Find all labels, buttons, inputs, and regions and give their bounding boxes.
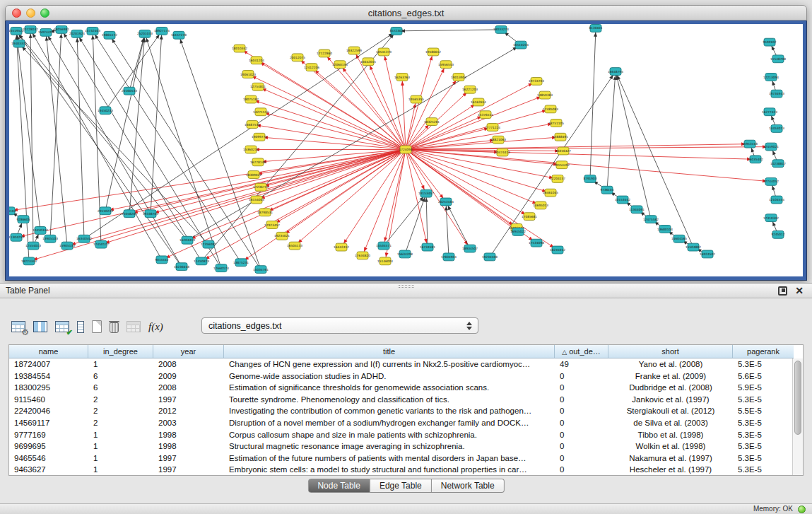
graph-node[interactable]: 15034761: [253, 266, 269, 274]
cell-in_degree[interactable]: 1: [88, 452, 153, 465]
graph-node[interactable]: 19865172: [102, 31, 117, 39]
cell-in_degree[interactable]: 1: [88, 429, 153, 441]
table-row[interactable]: 911546021997Tourette syndrome. Phenomeno…: [9, 394, 794, 406]
graph-edge[interactable]: [384, 52, 406, 149]
graph-edge[interactable]: [363, 150, 406, 256]
graph-node[interactable]: 16945022: [510, 228, 526, 235]
graph-node[interactable]: 20160533: [122, 87, 137, 95]
graph-node[interactable]: 16154003: [249, 196, 264, 204]
graph-node[interactable]: 18927174: [154, 27, 170, 35]
graph-node[interactable]: 14534571: [376, 242, 392, 250]
graph-node[interactable]: 18541370: [376, 48, 392, 56]
graph-edge[interactable]: [46, 33, 182, 267]
cell-short[interactable]: Dudbridge et al. (2008): [608, 382, 733, 394]
table-row[interactable]: 1830029562008Estimation of significance …: [9, 382, 794, 394]
graph-node[interactable]: 19565355: [408, 95, 424, 103]
graph-node[interactable]: 13905103: [42, 235, 58, 243]
graph-node[interactable]: 14695013: [533, 201, 548, 209]
cell-name[interactable]: 9115460: [9, 394, 88, 406]
cell-in_degree[interactable]: 6: [88, 370, 153, 382]
graph-node[interactable]: 19338705: [143, 210, 158, 218]
table-row[interactable]: 1456911722003Disruption of a novel membe…: [9, 417, 794, 429]
cell-in_degree[interactable]: 6: [88, 382, 153, 394]
tab-node-table[interactable]: Node Table: [307, 479, 370, 493]
graph-node[interactable]: 16734581: [420, 243, 435, 251]
cell-out_degree[interactable]: 0: [555, 405, 608, 417]
graph-edge[interactable]: [16, 31, 40, 230]
cell-year[interactable]: 1998: [153, 440, 224, 452]
cell-short[interactable]: Franke et al. (2009): [608, 370, 733, 382]
cell-short[interactable]: Tibbo et al. (1998): [608, 429, 733, 441]
graph-edge[interactable]: [252, 124, 406, 150]
graph-edge[interactable]: [257, 150, 406, 200]
zoom-window-button[interactable]: [40, 8, 49, 18]
graph-node[interactable]: 16041204: [249, 57, 264, 64]
graph-node[interactable]: 19483371: [11, 40, 27, 47]
graph-node[interactable]: 19154492: [554, 161, 570, 169]
graph-node[interactable]: 16277423: [762, 108, 777, 116]
table-row[interactable]: 969969511998Structural magnetic resonanc…: [9, 440, 794, 452]
cell-out_degree[interactable]: 0: [555, 370, 608, 382]
graph-node[interactable]: 16340552: [76, 235, 92, 243]
function-builder-button[interactable]: f(x): [148, 321, 163, 333]
graph-node[interactable]: 20253184: [438, 198, 454, 206]
cell-name[interactable]: 9777169: [9, 429, 88, 441]
cell-pagerank[interactable]: 5.3E-5: [733, 440, 794, 452]
graph-edge[interactable]: [93, 31, 241, 262]
cell-year[interactable]: 1997: [153, 452, 224, 465]
graph-node[interactable]: 17356082: [201, 240, 216, 248]
column-header-name[interactable]: name: [9, 345, 88, 358]
graph-node[interactable]: 16204419: [180, 236, 195, 244]
graph-edge[interactable]: [406, 123, 556, 149]
cell-title[interactable]: Estimation of the future numbers of pati…: [224, 452, 555, 465]
graph-node[interactable]: 21058201: [122, 210, 137, 218]
network-table-select[interactable]: citations_edges.txt: [201, 317, 478, 334]
graph-node[interactable]: 17834904: [441, 253, 457, 261]
cell-pagerank[interactable]: 5.9E-5: [733, 382, 794, 394]
graph-node[interactable]: 16778148: [250, 158, 266, 166]
graph-edge[interactable]: [406, 150, 470, 249]
graph-node[interactable]: 9015542: [155, 256, 168, 264]
cell-name[interactable]: 9699695: [9, 440, 88, 452]
graph-node[interactable]: 18309021: [246, 171, 261, 179]
cell-short[interactable]: Yano et al. (2008): [608, 358, 733, 370]
import-table-button[interactable]: [126, 321, 141, 332]
table-row[interactable]: 946554611997Estimation of the future num…: [9, 452, 794, 465]
graph-node[interactable]: 16461045: [543, 189, 558, 197]
graph-node[interactable]: 15634208: [397, 250, 413, 258]
cell-name[interactable]: 9463627: [9, 464, 88, 476]
graph-edge[interactable]: [406, 150, 558, 250]
graph-node[interactable]: 17771224: [485, 124, 500, 132]
cell-year[interactable]: 2008: [153, 382, 224, 394]
cell-name[interactable]: 22420046: [9, 405, 88, 417]
float-panel-icon[interactable]: [778, 286, 787, 296]
graph-node[interactable]: 10153442: [615, 196, 630, 204]
cell-out_degree[interactable]: 0: [555, 440, 608, 452]
minimize-window-button[interactable]: [26, 8, 35, 18]
graph-node[interactable]: 12754811: [250, 83, 266, 90]
graph-node[interactable]: 18934507: [462, 245, 478, 252]
graph-node[interactable]: 15504882: [686, 243, 701, 251]
graph-node[interactable]: 17085681: [522, 213, 537, 221]
graph-edge[interactable]: [30, 30, 33, 246]
cell-short[interactable]: Stergiakouli et al. (2012): [608, 405, 733, 417]
cell-short[interactable]: Jankovic et al. (1997): [608, 394, 733, 406]
graph-node[interactable]: 19061023: [240, 71, 256, 78]
cell-out_degree[interactable]: 0: [555, 382, 608, 394]
graph-node[interactable]: 15146004: [377, 257, 393, 265]
cell-short[interactable]: Hescheler et al. (1997): [608, 464, 733, 476]
cell-in_degree[interactable]: 1: [88, 464, 153, 476]
cell-title[interactable]: Genome-wide association studies in ADHD.: [224, 370, 555, 382]
graph-node[interactable]: 19234508: [482, 253, 498, 261]
graph-node[interactable]: 17236713: [253, 183, 269, 191]
cell-year[interactable]: 1998: [153, 429, 224, 441]
graph-node[interactable]: 17310342: [763, 214, 779, 222]
graph-node[interactable]: 12459021: [763, 143, 779, 151]
graph-node[interactable]: 14850383: [537, 91, 553, 99]
delete-column-button[interactable]: [110, 320, 119, 333]
graph-node[interactable]: 16162654: [471, 98, 486, 106]
graph-node[interactable]: 17450172: [93, 240, 109, 248]
table-row[interactable]: 1938455462009Genome-wide association stu…: [9, 370, 794, 382]
graph-node[interactable]: 11548708: [770, 55, 786, 63]
graph-edge[interactable]: [77, 34, 84, 239]
